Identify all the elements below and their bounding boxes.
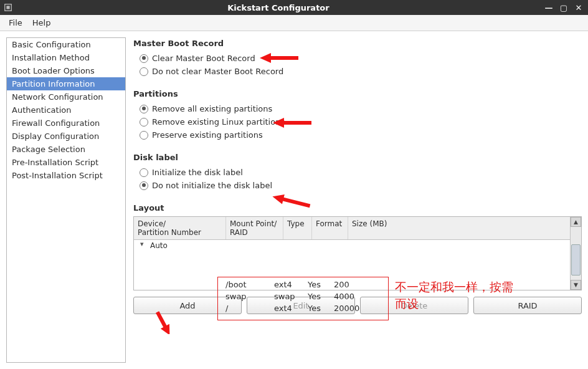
main-panel: Master Boot Record Clear Master Boot Rec… [133, 37, 582, 363]
radio-label: Remove all existing partitions [152, 104, 272, 113]
sidebar-item-firewall-configuration[interactable]: Firewall Configuration [7, 117, 125, 130]
svg-rect-1 [6, 6, 9, 9]
partitions-title: Partitions [133, 89, 582, 98]
disklabel-option-initialize[interactable]: Initialize the disk label [133, 166, 582, 179]
edit-button[interactable]: Edit [247, 297, 355, 314]
col-type[interactable]: Type [283, 217, 312, 239]
sidebar-item-authentication[interactable]: Authentication [7, 103, 125, 117]
menu-bar: File Help [0, 15, 588, 31]
sidebar-item-boot-loader-options[interactable]: Boot Loader Options [7, 64, 125, 77]
delete-button[interactable]: Delete [360, 297, 468, 314]
mbr-option-clear[interactable]: Clear Master Boot Record [133, 52, 582, 65]
partitions-option-remove-linux[interactable]: Remove existing Linux partitions [133, 115, 582, 128]
section-mbr: Master Boot Record Clear Master Boot Rec… [133, 39, 582, 78]
window-title: Kickstart Configurator [17, 3, 539, 12]
col-device[interactable]: Device/ Partition Number [134, 217, 226, 239]
radio-label: Clear Master Boot Record [152, 54, 255, 63]
radio-label: Do not initialize the disk label [152, 181, 272, 190]
maximize-button[interactable]: ▢ [558, 2, 569, 13]
button-row: Add Edit Delete RAID [133, 297, 582, 314]
layout-title: Layout [133, 203, 582, 213]
sidebar-item-basic-configuration[interactable]: Basic Configuration [7, 38, 125, 51]
add-button[interactable]: Add [133, 297, 242, 314]
col-format[interactable]: Format [312, 217, 348, 239]
partitions-option-remove-all[interactable]: Remove all existing partitions [133, 102, 582, 115]
radio-icon [140, 181, 148, 190]
layout-table: Device/ Partition Number Mount Point/ RA… [133, 216, 582, 290]
scroll-thumb[interactable] [571, 244, 581, 276]
partitions-option-preserve[interactable]: Preserve existing partitions [133, 128, 582, 141]
sidebar-item-package-selection[interactable]: Package Selection [7, 143, 125, 156]
layout-table-header: Device/ Partition Number Mount Point/ RA… [134, 217, 581, 240]
radio-label: Do not clear Master Boot Record [152, 67, 283, 76]
radio-icon [140, 67, 148, 76]
radio-label: Preserve existing partitions [152, 130, 263, 140]
scroll-up-icon[interactable]: ▲ [571, 217, 581, 227]
raid-button[interactable]: RAID [473, 297, 582, 314]
mbr-title: Master Boot Record [133, 39, 582, 48]
disklabel-option-no-initialize[interactable]: Do not initialize the disk label [133, 179, 582, 192]
close-button[interactable]: ✕ [573, 2, 584, 13]
col-size[interactable]: Size (MB) [348, 217, 545, 239]
disklabel-title: Disk label [133, 153, 582, 162]
section-disk-label: Disk label Initialize the disk label Do … [133, 153, 582, 192]
radio-icon [140, 168, 148, 177]
sidebar-item-pre-installation-script[interactable]: Pre-Installation Script [7, 156, 125, 169]
col-mount[interactable]: Mount Point/ RAID [226, 217, 283, 239]
app-icon [4, 3, 12, 12]
layout-table-body[interactable]: Auto [134, 240, 581, 290]
title-bar: Kickstart Configurator — ▢ ✕ [0, 0, 588, 15]
menu-file[interactable]: File [4, 15, 27, 31]
scrollbar[interactable]: ▲ ▼ [570, 217, 581, 290]
scroll-down-icon[interactable]: ▼ [571, 280, 581, 290]
sidebar-item-installation-method[interactable]: Installation Method [7, 51, 125, 64]
sidebar-item-display-configuration[interactable]: Display Configuration [7, 130, 125, 143]
sidebar: Basic Configuration Installation Method … [6, 37, 126, 363]
mbr-option-no-clear[interactable]: Do not clear Master Boot Record [133, 65, 582, 78]
radio-label: Remove existing Linux partitions [152, 117, 285, 127]
radio-icon [140, 118, 148, 127]
sidebar-item-network-configuration[interactable]: Network Configuration [7, 90, 125, 103]
minimize-button[interactable]: — [543, 2, 554, 13]
menu-help[interactable]: Help [27, 15, 56, 31]
section-layout: Layout Device/ Partition Number Mount Po… [133, 203, 582, 290]
radio-label: Initialize the disk label [152, 168, 243, 177]
radio-icon [140, 131, 148, 140]
content-area: Basic Configuration Installation Method … [0, 31, 588, 369]
radio-icon [140, 105, 148, 113]
sidebar-item-partition-information[interactable]: Partition Information [7, 77, 125, 90]
table-row[interactable]: Auto [134, 240, 581, 251]
radio-icon [140, 54, 148, 63]
section-partitions: Partitions Remove all existing partition… [133, 89, 582, 141]
sidebar-item-post-installation-script[interactable]: Post-Installation Script [7, 169, 125, 182]
